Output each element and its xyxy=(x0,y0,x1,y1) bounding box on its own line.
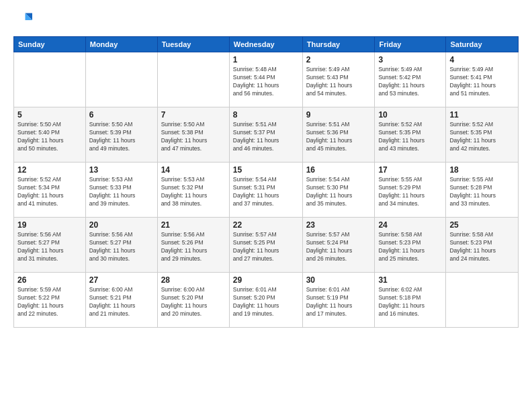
page: SundayMondayTuesdayWednesdayThursdayFrid… xyxy=(0,0,532,411)
day-info: Sunrise: 5:52 AM Sunset: 5:34 PM Dayligh… xyxy=(17,176,82,208)
weekday-header-sunday: Sunday xyxy=(14,37,86,52)
calendar-cell: 21Sunrise: 5:56 AM Sunset: 5:26 PM Dayli… xyxy=(157,218,229,273)
calendar-header: SundayMondayTuesdayWednesdayThursdayFrid… xyxy=(14,37,519,52)
day-info: Sunrise: 5:48 AM Sunset: 5:44 PM Dayligh… xyxy=(233,66,299,98)
day-number: 21 xyxy=(161,220,226,230)
calendar-cell: 13Sunrise: 5:53 AM Sunset: 5:33 PM Dayli… xyxy=(85,163,157,218)
day-info: Sunrise: 5:49 AM Sunset: 5:42 PM Dayligh… xyxy=(378,66,442,98)
day-info: Sunrise: 5:58 AM Sunset: 5:23 PM Dayligh… xyxy=(449,231,515,263)
calendar-cell: 20Sunrise: 5:56 AM Sunset: 5:27 PM Dayli… xyxy=(85,218,157,273)
day-info: Sunrise: 6:00 AM Sunset: 5:20 PM Dayligh… xyxy=(161,286,226,318)
day-info: Sunrise: 6:00 AM Sunset: 5:21 PM Dayligh… xyxy=(89,286,154,318)
logo xyxy=(13,11,35,30)
weekday-row: SundayMondayTuesdayWednesdayThursdayFrid… xyxy=(14,37,519,52)
calendar-cell xyxy=(14,52,86,107)
calendar-cell: 7Sunrise: 5:50 AM Sunset: 5:38 PM Daylig… xyxy=(157,107,229,163)
day-info: Sunrise: 5:56 AM Sunset: 5:27 PM Dayligh… xyxy=(89,231,154,263)
calendar-cell: 9Sunrise: 5:51 AM Sunset: 5:36 PM Daylig… xyxy=(302,107,375,163)
day-number: 29 xyxy=(233,275,299,285)
calendar-cell xyxy=(85,52,157,107)
day-number: 30 xyxy=(306,275,371,285)
calendar-cell: 19Sunrise: 5:56 AM Sunset: 5:27 PM Dayli… xyxy=(14,218,86,273)
calendar-cell: 30Sunrise: 6:01 AM Sunset: 5:19 PM Dayli… xyxy=(302,273,375,328)
calendar-cell: 3Sunrise: 5:49 AM Sunset: 5:42 PM Daylig… xyxy=(375,52,446,107)
calendar-week-5: 26Sunrise: 5:59 AM Sunset: 5:22 PM Dayli… xyxy=(14,273,519,328)
day-info: Sunrise: 5:49 AM Sunset: 5:41 PM Dayligh… xyxy=(449,66,515,98)
calendar-cell: 24Sunrise: 5:58 AM Sunset: 5:23 PM Dayli… xyxy=(375,218,446,273)
day-info: Sunrise: 5:55 AM Sunset: 5:29 PM Dayligh… xyxy=(378,176,442,208)
day-number: 9 xyxy=(306,110,371,120)
day-number: 8 xyxy=(233,110,299,120)
calendar-cell: 2Sunrise: 5:49 AM Sunset: 5:43 PM Daylig… xyxy=(302,52,375,107)
calendar-cell: 23Sunrise: 5:57 AM Sunset: 5:24 PM Dayli… xyxy=(302,218,375,273)
day-info: Sunrise: 5:50 AM Sunset: 5:40 PM Dayligh… xyxy=(17,121,82,153)
weekday-header-friday: Friday xyxy=(375,37,446,52)
day-number: 16 xyxy=(306,165,371,175)
weekday-header-wednesday: Wednesday xyxy=(229,37,302,52)
calendar-body: 1Sunrise: 5:48 AM Sunset: 5:44 PM Daylig… xyxy=(14,52,519,328)
calendar-cell: 8Sunrise: 5:51 AM Sunset: 5:37 PM Daylig… xyxy=(229,107,302,163)
day-info: Sunrise: 5:59 AM Sunset: 5:22 PM Dayligh… xyxy=(17,286,82,318)
day-info: Sunrise: 5:52 AM Sunset: 5:35 PM Dayligh… xyxy=(449,121,515,153)
calendar-cell: 11Sunrise: 5:52 AM Sunset: 5:35 PM Dayli… xyxy=(446,107,519,163)
day-number: 3 xyxy=(378,55,442,64)
calendar-cell: 29Sunrise: 6:01 AM Sunset: 5:20 PM Dayli… xyxy=(229,273,302,328)
day-number: 12 xyxy=(17,165,82,175)
calendar-cell: 6Sunrise: 5:50 AM Sunset: 5:39 PM Daylig… xyxy=(85,107,157,163)
day-number: 19 xyxy=(17,220,82,230)
calendar-cell: 22Sunrise: 5:57 AM Sunset: 5:25 PM Dayli… xyxy=(229,218,302,273)
calendar-cell: 10Sunrise: 5:52 AM Sunset: 5:35 PM Dayli… xyxy=(375,107,446,163)
day-info: Sunrise: 5:57 AM Sunset: 5:25 PM Dayligh… xyxy=(233,231,299,263)
calendar-week-3: 12Sunrise: 5:52 AM Sunset: 5:34 PM Dayli… xyxy=(14,163,519,218)
header xyxy=(13,11,519,30)
day-number: 23 xyxy=(306,220,371,230)
day-number: 22 xyxy=(233,220,299,230)
day-number: 13 xyxy=(89,165,154,175)
calendar-cell: 17Sunrise: 5:55 AM Sunset: 5:29 PM Dayli… xyxy=(375,163,446,218)
weekday-header-monday: Monday xyxy=(85,37,157,52)
calendar-cell: 31Sunrise: 6:02 AM Sunset: 5:18 PM Dayli… xyxy=(375,273,446,328)
day-number: 31 xyxy=(378,275,442,285)
weekday-header-tuesday: Tuesday xyxy=(157,37,229,52)
weekday-header-thursday: Thursday xyxy=(302,37,375,52)
day-number: 28 xyxy=(161,275,226,285)
calendar-cell: 16Sunrise: 5:54 AM Sunset: 5:30 PM Dayli… xyxy=(302,163,375,218)
calendar-cell xyxy=(157,52,229,107)
day-number: 6 xyxy=(89,110,154,120)
calendar-cell: 12Sunrise: 5:52 AM Sunset: 5:34 PM Dayli… xyxy=(14,163,86,218)
day-number: 1 xyxy=(233,55,299,64)
day-number: 20 xyxy=(89,220,154,230)
calendar-cell: 4Sunrise: 5:49 AM Sunset: 5:41 PM Daylig… xyxy=(446,52,519,107)
day-info: Sunrise: 5:54 AM Sunset: 5:31 PM Dayligh… xyxy=(233,176,299,208)
calendar-cell: 27Sunrise: 6:00 AM Sunset: 5:21 PM Dayli… xyxy=(85,273,157,328)
calendar-week-4: 19Sunrise: 5:56 AM Sunset: 5:27 PM Dayli… xyxy=(14,218,519,273)
day-info: Sunrise: 5:56 AM Sunset: 5:27 PM Dayligh… xyxy=(17,231,82,263)
day-number: 18 xyxy=(449,165,515,175)
calendar-table: SundayMondayTuesdayWednesdayThursdayFrid… xyxy=(13,36,519,328)
day-info: Sunrise: 6:02 AM Sunset: 5:18 PM Dayligh… xyxy=(378,286,442,318)
day-number: 25 xyxy=(449,220,515,230)
day-number: 11 xyxy=(449,110,515,120)
logo-icon xyxy=(13,11,32,30)
day-info: Sunrise: 5:57 AM Sunset: 5:24 PM Dayligh… xyxy=(306,231,371,263)
calendar-cell: 15Sunrise: 5:54 AM Sunset: 5:31 PM Dayli… xyxy=(229,163,302,218)
day-info: Sunrise: 5:58 AM Sunset: 5:23 PM Dayligh… xyxy=(378,231,442,263)
calendar-week-1: 1Sunrise: 5:48 AM Sunset: 5:44 PM Daylig… xyxy=(14,52,519,107)
day-info: Sunrise: 6:01 AM Sunset: 5:20 PM Dayligh… xyxy=(233,286,299,318)
calendar-week-2: 5Sunrise: 5:50 AM Sunset: 5:40 PM Daylig… xyxy=(14,107,519,163)
day-info: Sunrise: 5:51 AM Sunset: 5:36 PM Dayligh… xyxy=(306,121,371,153)
calendar-cell: 5Sunrise: 5:50 AM Sunset: 5:40 PM Daylig… xyxy=(14,107,86,163)
day-info: Sunrise: 5:49 AM Sunset: 5:43 PM Dayligh… xyxy=(306,66,371,98)
calendar-cell: 14Sunrise: 5:53 AM Sunset: 5:32 PM Dayli… xyxy=(157,163,229,218)
day-number: 2 xyxy=(306,55,371,64)
calendar-cell: 28Sunrise: 6:00 AM Sunset: 5:20 PM Dayli… xyxy=(157,273,229,328)
calendar-cell: 1Sunrise: 5:48 AM Sunset: 5:44 PM Daylig… xyxy=(229,52,302,107)
day-info: Sunrise: 5:53 AM Sunset: 5:32 PM Dayligh… xyxy=(161,176,226,208)
day-number: 17 xyxy=(378,165,442,175)
calendar-cell: 18Sunrise: 5:55 AM Sunset: 5:28 PM Dayli… xyxy=(446,163,519,218)
calendar-cell: 26Sunrise: 5:59 AM Sunset: 5:22 PM Dayli… xyxy=(14,273,86,328)
day-info: Sunrise: 5:50 AM Sunset: 5:39 PM Dayligh… xyxy=(89,121,154,153)
day-number: 7 xyxy=(161,110,226,120)
day-number: 14 xyxy=(161,165,226,175)
weekday-header-saturday: Saturday xyxy=(446,37,519,52)
